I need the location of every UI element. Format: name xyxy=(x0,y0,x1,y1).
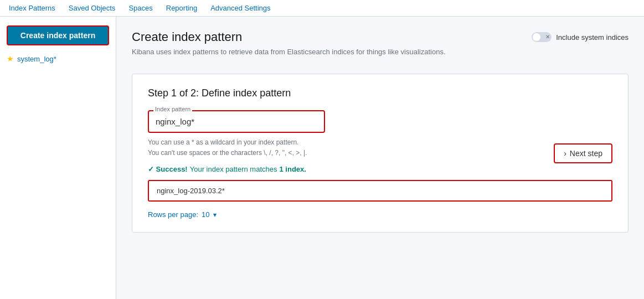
success-text: Your index pattern matches xyxy=(190,165,277,173)
step-title: Step 1 of 2: Define index pattern xyxy=(148,87,612,99)
create-index-pattern-button[interactable]: Create index pattern xyxy=(7,25,109,45)
index-pattern-label: Index pattern xyxy=(153,106,192,112)
system-indices-label: Include system indices xyxy=(556,33,628,42)
hint-line1: You can use a * as a wildcard in your in… xyxy=(148,138,298,146)
system-indices-toggle-group: ✕ Include system indices xyxy=(532,32,628,42)
nav-spaces[interactable]: Spaces xyxy=(128,0,152,17)
page-title: Create index pattern xyxy=(132,30,446,44)
system-indices-toggle[interactable]: ✕ xyxy=(532,32,552,42)
main-content: Create index pattern Kibana uses index p… xyxy=(116,17,644,299)
page-subtitle: Kibana uses index patterns to retrieve d… xyxy=(132,48,446,56)
rows-per-page-label: Rows per page: xyxy=(148,210,198,219)
success-count: 1 index. xyxy=(280,165,306,173)
success-prefix: ✓ Success! xyxy=(148,165,188,173)
rows-per-page-value[interactable]: 10 xyxy=(202,210,209,219)
nav-reporting[interactable]: Reporting xyxy=(166,0,197,17)
hint-line2: You can't use spaces or the characters \… xyxy=(148,149,307,157)
sidebar-pattern-label: system_log* xyxy=(17,55,56,63)
next-step-button[interactable]: › Next step xyxy=(554,143,612,163)
toggle-x-icon: ✕ xyxy=(545,33,550,41)
success-message: ✓ Success! Your index pattern matches 1 … xyxy=(148,165,612,173)
header-left: Create index pattern Kibana uses index p… xyxy=(132,30,446,65)
step-card: Step 1 of 2: Define index pattern Index … xyxy=(132,74,628,233)
index-row: nginx_log-2019.03.2* xyxy=(149,181,611,200)
toggle-thumb xyxy=(533,33,540,41)
next-step-label: Next step xyxy=(570,149,602,158)
rows-per-page: Rows per page: 10 ▾ xyxy=(148,210,612,219)
nav-index-patterns[interactable]: Index Patterns xyxy=(9,0,55,17)
star-icon: ★ xyxy=(7,54,14,63)
next-chevron-icon: › xyxy=(564,149,566,158)
header-row: Create index pattern Kibana uses index p… xyxy=(132,30,628,65)
hint-text: You can use a * as a wildcard in your in… xyxy=(148,137,612,158)
sidebar: Create index pattern ★ system_log* xyxy=(0,17,116,299)
nav-advanced-settings[interactable]: Advanced Settings xyxy=(210,0,270,17)
matched-index-table: nginx_log-2019.03.2* xyxy=(148,180,612,202)
main-layout: Create index pattern ★ system_log* Creat… xyxy=(0,17,644,299)
nav-saved-objects[interactable]: Saved Objects xyxy=(69,0,116,17)
index-pattern-input[interactable] xyxy=(148,110,325,133)
chevron-down-icon[interactable]: ▾ xyxy=(213,211,217,219)
index-pattern-field-group: Index pattern xyxy=(148,110,325,133)
sidebar-item-system-log[interactable]: ★ system_log* xyxy=(7,52,109,65)
top-navigation: Index Patterns Saved Objects Spaces Repo… xyxy=(0,0,644,17)
